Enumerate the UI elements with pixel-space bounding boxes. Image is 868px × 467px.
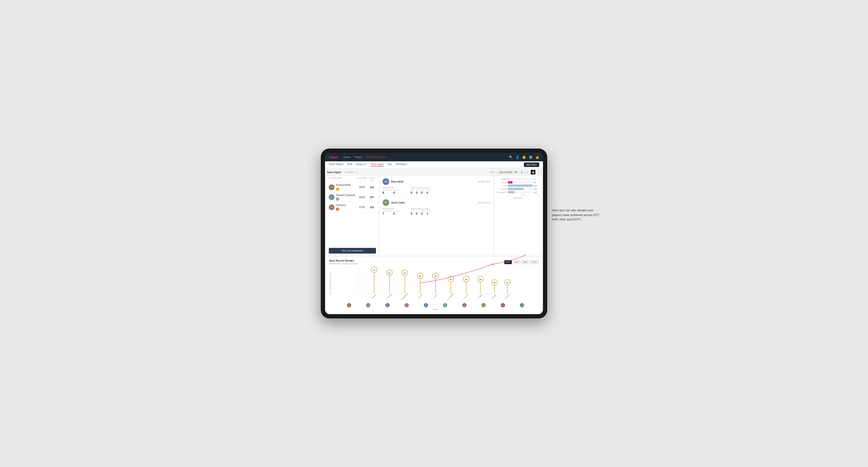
svg-text:8: 8 [358, 267, 359, 269]
svg-text:E. Crossman: E. Crossman [447, 293, 454, 300]
svg-text:5x: 5x [419, 275, 421, 277]
table-row[interactable]: EC Edward Crossman 2 18/20 107 [327, 192, 378, 203]
avatar: EC [329, 194, 335, 200]
avatar-icon[interactable]: 🧑 [535, 155, 539, 159]
svg-text:4x: 4x [450, 278, 452, 280]
bar-label-dbogeys: D. Bogeys + [496, 191, 507, 193]
sub-nav-pgat[interactable]: PGAT Players [329, 163, 343, 166]
player-name: Edward Crossman [336, 194, 356, 196]
card-avatar: RB [382, 178, 389, 185]
bar-chart-panel: Eagles 3 Birdies [494, 176, 541, 255]
total-practice-group: Total Practice Activities OTT 0 APP [411, 208, 431, 215]
search-icon[interactable]: 🔍 [509, 155, 513, 159]
svg-text:3x: 3x [493, 282, 496, 284]
filter-putt[interactable]: PUTT [530, 260, 539, 264]
total-practice-group: Total Practice Activities OTT 0 APP [411, 187, 431, 194]
stat-tournament: Tournament 8 [382, 189, 391, 194]
sub-nav-team-clippd[interactable]: Team Clippd [371, 163, 384, 166]
edit-team-icon[interactable]: ✎ [356, 171, 358, 174]
bar-label-eagles: Eagles [496, 178, 507, 180]
sub-nav-tour[interactable]: Tour [388, 163, 392, 166]
svg-text:5x: 5x [434, 275, 437, 277]
bar-track [508, 191, 533, 193]
table-row[interactable]: CA Cameron... 3 17/20 103 [327, 203, 378, 213]
rank-badge: 1 [336, 187, 339, 191]
players-section: RB Richard Butler 1 19/20 110 [327, 182, 378, 246]
view-leaderboard-button[interactable]: View Full Leaderboard [329, 248, 376, 253]
player-avg: 110 [368, 186, 376, 189]
sub-nav-hcaps[interactable]: Hcaps 1-5 [356, 163, 367, 166]
sub-nav-pga[interactable]: PGA [347, 163, 352, 166]
svg-text:E. Ewart: E. Ewart [371, 294, 376, 299]
card-view-toggle[interactable]: ▦ [531, 170, 535, 175]
svg-text:4x: 4x [465, 278, 467, 280]
svg-text:R. Butler: R. Butler [491, 294, 497, 299]
sub-nav-links: PGAT Players PGA Hcaps 1-5 Team Clippd T… [329, 163, 407, 166]
tablet-device: clippd Home Teams My Performance 🔍 👤 🔔 ⚙… [321, 149, 547, 318]
stat-tournament: Tournament 7 [382, 210, 391, 215]
filter-buttons: OTT APP ARG PUTT [504, 260, 539, 264]
stat-app: APP 0 [416, 189, 419, 194]
ott-val: 0 [411, 191, 414, 194]
bar-track [508, 178, 533, 180]
app-val: 0 [416, 191, 419, 194]
x-label-0: 0 [508, 194, 509, 196]
player-avg: 103 [368, 206, 376, 209]
player-list-panel: PLAYER NAME PB SCORE PB AVG SQ RB [327, 176, 378, 255]
player-avg: 107 [368, 196, 376, 198]
team-info: Team Clippd | 14 Players ✎ [327, 171, 358, 174]
arg-val: 0 [421, 191, 425, 194]
table-header: PLAYER NAME PB SCORE PB AVG SQ [327, 176, 378, 182]
team-count: | [342, 171, 343, 173]
stat-practice: Practice 4 [393, 189, 399, 194]
bar-track [508, 181, 533, 184]
svg-text:R. Britt: R. Britt [433, 294, 437, 299]
sub-nav: PGAT Players PGA Hcaps 1-5 Team Clippd T… [325, 161, 543, 168]
player-score: 17/20 [356, 206, 368, 209]
svg-text:6x: 6x [389, 272, 391, 274]
stat-sub: OTT 0 APP 0 [411, 189, 431, 194]
period-select[interactable]: Last 3 months [497, 170, 518, 174]
tablet-screen: clippd Home Teams My Performance 🔍 👤 🔔 ⚙… [325, 153, 543, 314]
add-team-button[interactable]: Add Team [524, 162, 539, 167]
bar-value-bogeys: 311 [534, 188, 540, 190]
bell-icon[interactable]: 🔔 [522, 155, 526, 159]
nav-icons: 🔍 👤 🔔 ⚙️ 🧑 [509, 155, 539, 159]
x-label-400: 400 [537, 194, 540, 196]
player-cards-panel: RB Rees Britt 02 Sep 2023 Total Rounds [380, 176, 493, 255]
col-pb-avg: PB AVG SQ [368, 177, 376, 181]
svg-text:M. Miller: M. Miller [477, 294, 483, 299]
nav-teams[interactable]: Teams [355, 156, 362, 158]
ott-val: 0 [411, 212, 414, 215]
card-stats: Total Rounds Tournament 7 Practice [382, 208, 490, 215]
settings-icon[interactable]: ⚙️ [529, 155, 533, 159]
stat-divider [405, 187, 405, 194]
svg-text:6x: 6x [404, 272, 406, 274]
player-info: Richard Butler 1 [336, 184, 356, 191]
nav-my-performance[interactable]: My Performance [367, 156, 385, 158]
avatar: EC [443, 303, 447, 307]
bar-fill [508, 191, 515, 193]
nav-home[interactable]: Home [343, 156, 350, 158]
streak-chart-container: Best Streak, Fairway Accuracy 0 2 4 6 [329, 266, 539, 310]
tournament-val: 8 [382, 191, 391, 194]
user-icon[interactable]: 👤 [516, 155, 519, 159]
bar-fill [508, 181, 513, 184]
grid-view-toggle[interactable]: ⊞ [519, 170, 524, 175]
bar-value-birdies: 96 [534, 181, 540, 184]
stat-app: APP 0 [416, 210, 419, 215]
player-score: 19/20 [356, 186, 368, 188]
sub-nav-all-players[interactable]: All Players [396, 163, 407, 166]
avatar: CA [329, 205, 335, 210]
filter-arg[interactable]: ARG [521, 260, 529, 264]
player-cards-column: RB Rees Britt 02 Sep 2023 Total Rounds [380, 176, 493, 255]
bar-value-eagles: 3 [534, 178, 540, 180]
stat-putt: PUTT 1 [427, 210, 431, 215]
table-row[interactable]: RB Richard Butler 1 19/20 110 [327, 182, 378, 192]
filter-ott[interactable]: OTT [504, 260, 512, 264]
list-view-toggle[interactable]: ≡ [525, 170, 530, 175]
chart-x-title: Total Shots [496, 197, 540, 199]
filter-app[interactable]: APP [513, 260, 520, 264]
table-view-toggle[interactable]: ↕ [536, 170, 541, 175]
stat-ott: OTT 0 [411, 189, 414, 194]
